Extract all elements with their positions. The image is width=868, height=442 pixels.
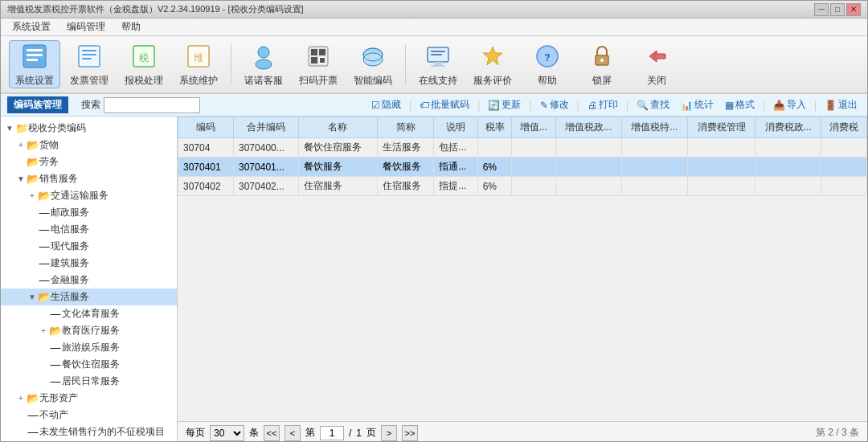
hide-btn[interactable]: ☑ 隐藏: [368, 96, 404, 113]
update-btn[interactable]: 🔄 更新: [485, 96, 524, 113]
menu-system-settings[interactable]: 系统设置: [4, 18, 59, 35]
tree-item-transport[interactable]: + 📂 交通运输服务: [1, 187, 177, 204]
tree-item-food-hotel[interactable]: — 餐饮住宿服务: [1, 356, 177, 373]
toolbar-lock-screen-label: 锁屏: [592, 74, 612, 88]
table-row[interactable]: 3070402 3070402... 住宿服务 住宿服务 指提... 6%: [178, 177, 867, 196]
modify-label: 修改: [550, 98, 569, 112]
exit-btn[interactable]: 🚪 退出: [821, 96, 861, 113]
import-label: 导入: [787, 98, 806, 112]
cell-vat-special: [621, 158, 687, 177]
tree-item-travel-ent[interactable]: — 旅游娱乐服务: [1, 339, 177, 356]
tree-item-financial[interactable]: — 金融服务: [1, 272, 177, 289]
tree-toggle-root: ▼: [4, 124, 15, 133]
cell-code: 3070402: [178, 177, 234, 196]
tree-item-modern[interactable]: — 现代服务: [1, 238, 177, 255]
toolbar-nuo-nuo[interactable]: 诺诺客服: [238, 40, 289, 88]
col-code: 编码: [178, 117, 234, 138]
prev-page-btn[interactable]: <: [285, 425, 301, 441]
minimize-button[interactable]: ─: [814, 3, 829, 16]
tree-item-root[interactable]: ▼ 📁 税收分类编码: [1, 120, 177, 137]
col-excise-mgmt: 消费税管理: [687, 117, 755, 138]
table-row[interactable]: 3070401 3070401... 餐饮服务 餐饮服务 指通... 6%: [178, 158, 867, 177]
sep-v6: |: [763, 100, 765, 111]
toolbar-invoice-mgmt[interactable]: 发票管理: [63, 40, 115, 88]
toolbar-online-support[interactable]: 在线支持: [412, 40, 464, 88]
title-bar: 增值税发票税控开票软件（金税盘版）V2.2.34.190919 - [税收分类编…: [1, 1, 867, 18]
tree-label-daily-life: 居民日常服务: [62, 374, 120, 388]
update-icon: 🔄: [488, 100, 500, 111]
modify-btn[interactable]: ✎ 修改: [537, 96, 572, 113]
svg-rect-6: [82, 54, 96, 55]
table-header-row: 编码 合并编码 名称 简称 说明 税率 增值... 增值税政... 增值税特..…: [178, 117, 867, 138]
tree-item-sales-services[interactable]: ▼ 📂 销售服务: [1, 170, 177, 187]
last-page-btn[interactable]: >>: [402, 425, 418, 441]
cell-name: 餐饮服务: [298, 158, 377, 177]
tree-item-edu-medical[interactable]: + 📂 教育医疗服务: [1, 322, 177, 339]
print-btn[interactable]: 🖨 打印: [584, 96, 621, 113]
tree-icon-root: 📁: [15, 122, 28, 135]
maximize-button[interactable]: □: [830, 3, 845, 16]
toolbar-close[interactable]: 关闭: [631, 40, 682, 88]
stats-icon: 📊: [681, 100, 693, 111]
cell-name: 住宿服务: [298, 177, 377, 196]
batch-assign-btn[interactable]: 🏷 批量赋码: [416, 96, 473, 113]
format-btn[interactable]: ▦ 格式: [722, 96, 758, 113]
tree-item-daily-life[interactable]: — 居民日常服务: [1, 373, 177, 390]
toolbar-smart-code[interactable]: 智能编码: [347, 40, 399, 88]
tree-toggle-edu-medical: +: [38, 326, 49, 335]
svg-rect-26: [434, 62, 442, 65]
current-page-input[interactable]: [320, 426, 344, 440]
menu-help[interactable]: 帮助: [113, 18, 149, 35]
tree-item-goods[interactable]: + 📂 货物: [1, 137, 177, 153]
toolbar-service-eval-label: 服务评价: [473, 74, 512, 88]
tree-label-culture-sports: 文化体育服务: [62, 307, 120, 321]
tree-item-services[interactable]: 📂 劳务: [1, 153, 177, 170]
next-page-btn[interactable]: >: [381, 425, 397, 441]
tree-toggle-financial: [27, 276, 38, 284]
tree-item-life[interactable]: ▼ 📂 生活服务: [1, 289, 177, 305]
first-page-btn[interactable]: <<: [264, 425, 280, 441]
per-page-select[interactable]: 30 50 100: [210, 425, 244, 441]
tree-label-edu-medical: 教育医疗服务: [62, 324, 120, 338]
toolbar-service-eval[interactable]: 服务评价: [467, 40, 518, 88]
import-btn[interactable]: 📥 导入: [770, 96, 809, 113]
toolbar-lock-screen[interactable]: 锁屏: [576, 40, 628, 88]
svg-rect-16: [319, 49, 326, 55]
menu-code-mgmt[interactable]: 编码管理: [59, 18, 113, 35]
svg-rect-3: [27, 59, 38, 61]
search-label: 搜索: [81, 98, 100, 112]
tree-item-postal[interactable]: — 邮政服务: [1, 204, 177, 221]
table-row[interactable]: 30704 3070400... 餐饮住宿服务 生活服务 包括...: [178, 138, 867, 158]
sep-v3: |: [529, 100, 531, 111]
cell-desc: 包括...: [434, 138, 477, 158]
query-btn[interactable]: 🔍 查找: [633, 96, 673, 113]
tree-item-non-tax[interactable]: — 未发生销售行为的不征税项目: [1, 424, 177, 440]
tree-toggle-real-estate: [15, 411, 27, 419]
cell-excise: [821, 177, 867, 196]
close-button[interactable]: ✕: [846, 3, 861, 16]
tree-item-real-estate[interactable]: — 不动产: [1, 407, 177, 424]
toolbar-sys-maintain[interactable]: 维 系统维护: [173, 40, 224, 88]
data-table-container: 编码 合并编码 名称 简称 说明 税率 增值... 增值税政... 增值税特..…: [178, 117, 867, 421]
tree-item-construction[interactable]: — 建筑服务: [1, 255, 177, 272]
svg-rect-15: [311, 49, 317, 55]
tree-item-culture-sports[interactable]: — 文化体育服务: [1, 305, 177, 322]
cell-excise-policy: [755, 138, 821, 158]
content-area: ▼ 📁 税收分类编码 + 📂 货物 📂 劳务 ▼ 📂 销售服务 + 📂 交通运输…: [1, 117, 867, 442]
toolbar-help[interactable]: ? 帮助: [522, 40, 573, 88]
toolbar-sys-settings[interactable]: 系统设置: [9, 40, 60, 88]
tree-item-telecom[interactable]: — 电信服务: [1, 221, 177, 238]
search-input[interactable]: [104, 97, 200, 113]
tree-toggle-telecom: [27, 225, 38, 234]
stats-btn[interactable]: 📊 统计: [678, 96, 717, 113]
service-eval-icon: [478, 42, 507, 71]
tree-item-intangible[interactable]: + 📂 无形资产: [1, 390, 177, 407]
col-excise: 消费税: [821, 117, 867, 138]
toolbar-tax-process[interactable]: 税 报税处理: [118, 40, 170, 88]
tree-label-services: 劳务: [39, 155, 59, 169]
tree-toggle-life: ▼: [27, 293, 38, 301]
toolbar-scan-invoice[interactable]: 扫码开票: [293, 40, 344, 88]
svg-text:维: 维: [194, 52, 203, 63]
tree-icon-services: 📂: [27, 156, 39, 169]
svg-point-13: [256, 59, 272, 69]
